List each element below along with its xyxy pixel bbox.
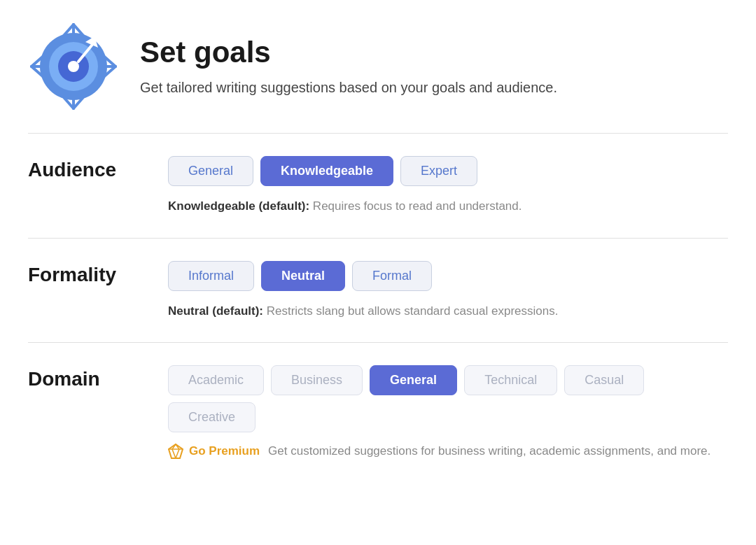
formality-formal-btn[interactable]: Formal xyxy=(352,261,432,291)
audience-description-row: Knowledgeable (default): Requires focus … xyxy=(28,197,728,215)
audience-label: Audience xyxy=(28,156,140,181)
audience-section: Audience General Knowledgeable Expert Kn… xyxy=(28,134,728,239)
formality-row: Formality Informal Neutral Formal xyxy=(28,261,728,291)
audience-knowledgeable-btn[interactable]: Knowledgeable xyxy=(260,156,393,186)
domain-academic-btn[interactable]: Academic xyxy=(168,365,264,395)
formality-description-text: Restricts slang but allows standard casu… xyxy=(263,304,558,318)
formality-description-row: Neutral (default): Restricts slang but a… xyxy=(28,302,728,320)
domain-general-btn[interactable]: General xyxy=(370,365,457,395)
formality-informal-btn[interactable]: Informal xyxy=(168,261,254,291)
domain-business-btn[interactable]: Business xyxy=(271,365,363,395)
audience-button-group: General Knowledgeable Expert xyxy=(168,156,477,186)
domain-creative-btn[interactable]: Creative xyxy=(168,402,255,432)
audience-expert-btn[interactable]: Expert xyxy=(400,156,477,186)
formality-neutral-btn[interactable]: Neutral xyxy=(261,261,345,291)
formality-description-label: Neutral (default): xyxy=(168,304,263,318)
domain-section: Domain Academic Business General Technic… xyxy=(28,343,728,473)
svg-marker-18 xyxy=(169,444,183,458)
diamond-icon xyxy=(168,444,183,459)
formality-section: Formality Informal Neutral Formal Neutra… xyxy=(28,239,728,344)
audience-row: Audience General Knowledgeable Expert xyxy=(28,156,728,186)
audience-description-label: Knowledgeable (default): xyxy=(168,199,309,213)
header-section: Set goals Get tailored writing suggestio… xyxy=(28,21,728,134)
premium-link-label: Go Premium xyxy=(189,444,260,458)
header-text: Set goals Get tailored writing suggestio… xyxy=(140,36,557,97)
audience-description-text: Requires focus to read and understand. xyxy=(309,199,522,213)
domain-technical-btn[interactable]: Technical xyxy=(464,365,557,395)
domain-casual-btn[interactable]: Casual xyxy=(564,365,644,395)
formality-description: Neutral (default): Restricts slang but a… xyxy=(168,302,558,320)
page-description: Get tailored writing suggestions based o… xyxy=(140,78,557,97)
target-icon xyxy=(28,21,119,112)
domain-row: Domain Academic Business General Technic… xyxy=(28,365,728,432)
audience-general-btn[interactable]: General xyxy=(168,156,253,186)
formality-button-group: Informal Neutral Formal xyxy=(168,261,432,291)
domain-button-group: Academic Business General Technical Casu… xyxy=(168,365,728,432)
premium-description: Get customized suggestions for business … xyxy=(268,444,710,458)
premium-row: Go Premium Get customized suggestions fo… xyxy=(28,444,728,459)
domain-label: Domain xyxy=(28,365,140,390)
audience-description: Knowledgeable (default): Requires focus … xyxy=(168,197,522,215)
formality-label: Formality xyxy=(28,261,140,286)
go-premium-link[interactable]: Go Premium xyxy=(168,444,260,459)
main-container: Set goals Get tailored writing suggestio… xyxy=(0,0,756,487)
page-title: Set goals xyxy=(140,36,557,69)
